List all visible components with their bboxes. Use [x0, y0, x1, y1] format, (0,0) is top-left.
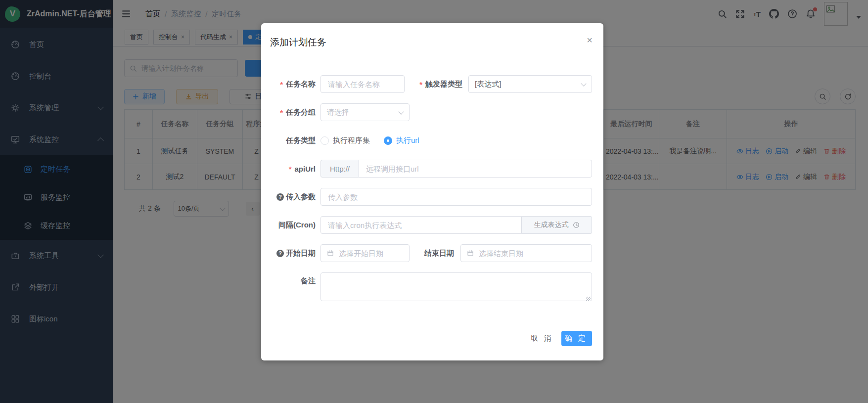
remark-textarea[interactable]: [320, 272, 592, 301]
apiurl-field: [359, 160, 592, 178]
chevron-down-icon: [398, 109, 404, 114]
dialog-header: 添加计划任务 ×: [261, 23, 603, 49]
http-prefix: Http://: [320, 160, 359, 178]
cron-field: [320, 216, 522, 234]
radio-exec-url[interactable]: [384, 136, 392, 145]
required-asterisk: *: [280, 108, 283, 117]
close-icon[interactable]: ×: [587, 35, 593, 45]
form-row-apiurl: * apiUrl Http://: [270, 160, 592, 178]
form-row-task-name: * 任务名称 * 触发器类型 [表达式]: [270, 75, 592, 93]
add-task-dialog: 添加计划任务 × * 任务名称 * 触发器类型 [表达式] * 任务分组: [261, 23, 603, 360]
form-row-params: ? 传入参数: [270, 188, 592, 206]
radio-exec-url-label[interactable]: 执行url: [396, 136, 419, 145]
form-row-task-type: 任务类型 执行程序集 执行url: [270, 132, 592, 149]
start-date-label: ? 开始日期: [270, 249, 320, 258]
trigger-type-select[interactable]: [表达式]: [468, 75, 592, 93]
task-name-label: * 任务名称: [270, 80, 320, 89]
apiurl-label: * apiUrl: [270, 165, 320, 173]
remark-label: 备注: [270, 276, 320, 286]
remark-field: [320, 272, 592, 303]
calendar-icon: [467, 250, 474, 257]
form-row-remark: 备注: [270, 272, 592, 303]
dialog-title: 添加计划任务: [270, 37, 326, 47]
params-label: ? 传入参数: [270, 192, 320, 202]
end-date-label: 结束日期: [424, 249, 454, 258]
required-asterisk: *: [419, 80, 422, 89]
form-row-cron: 间隔(Cron) 生成表达式: [270, 216, 592, 234]
start-date-input[interactable]: [338, 249, 403, 258]
calendar-icon: [327, 250, 334, 257]
params-input[interactable]: [327, 192, 586, 202]
help-icon[interactable]: ?: [276, 193, 284, 201]
dialog-body: * 任务名称 * 触发器类型 [表达式] * 任务分组 请选择: [261, 49, 603, 303]
task-type-label: 任务类型: [270, 136, 320, 145]
params-field: [320, 188, 592, 206]
radio-exec-assembly[interactable]: [320, 136, 329, 145]
confirm-button[interactable]: 确 定: [561, 331, 592, 346]
start-date-picker[interactable]: [320, 244, 410, 262]
end-date-picker[interactable]: [460, 244, 592, 262]
apiurl-input-group: Http://: [320, 160, 592, 178]
cron-input[interactable]: [327, 221, 515, 230]
cron-label: 间隔(Cron): [270, 221, 320, 230]
chevron-down-icon: [581, 81, 586, 86]
end-date-input[interactable]: [478, 249, 586, 258]
task-name-input[interactable]: [327, 80, 398, 89]
form-row-dates: ? 开始日期 结束日期: [270, 244, 592, 262]
required-asterisk: *: [289, 165, 292, 173]
task-name-field: [320, 75, 405, 93]
generate-cron-button[interactable]: 生成表达式: [522, 216, 592, 234]
help-icon[interactable]: ?: [276, 250, 284, 257]
cancel-button[interactable]: 取 消: [528, 333, 556, 344]
radio-exec-assembly-label[interactable]: 执行程序集: [333, 136, 370, 145]
dialog-footer: 取 消 确 定: [528, 331, 592, 346]
apiurl-input[interactable]: [365, 164, 586, 174]
form-row-task-group: * 任务分组 请选择: [270, 103, 592, 121]
trigger-type-label: * 触发器类型: [405, 80, 468, 89]
cron-input-group: 生成表达式: [320, 216, 592, 234]
task-group-label: * 任务分组: [270, 108, 320, 117]
required-asterisk: *: [280, 80, 283, 89]
clock-icon: [573, 222, 580, 228]
task-group-select[interactable]: 请选择: [320, 103, 410, 121]
